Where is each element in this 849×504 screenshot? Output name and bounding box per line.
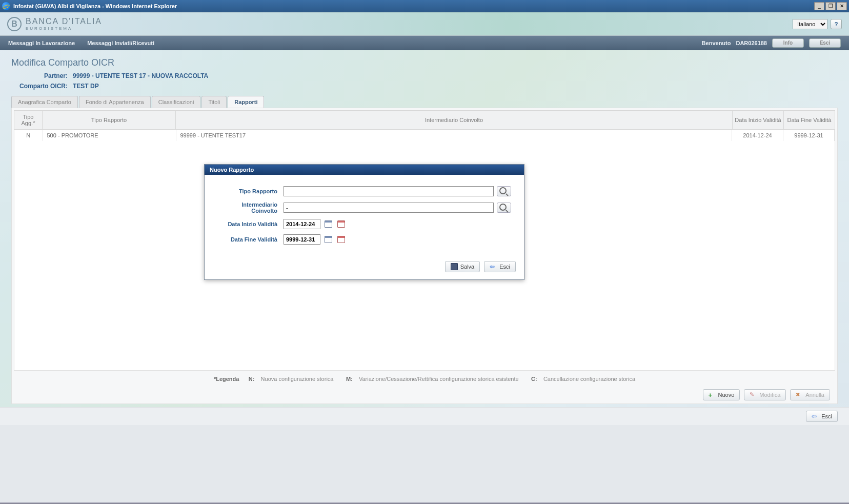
tabs-row: Anagrafica Comparto Fondo di Appartenenz… (11, 96, 838, 108)
calendar-icon (325, 236, 332, 243)
data-fine-clear-button[interactable] (336, 235, 346, 244)
data-inizio-input[interactable] (284, 219, 320, 229)
legend-c-key: C: (531, 376, 537, 382)
table-row[interactable]: N 500 - PROMOTORE 99999 - UTENTE TEST17 … (14, 130, 835, 141)
nav-messaggi-inviati[interactable]: Messaggi Inviati/Ricevuti (87, 40, 154, 46)
nav-esci-button[interactable]: Esci (809, 38, 841, 48)
partner-value: 99999 - UTENTE TEST 17 - NUOVA RACCOLTA (73, 72, 208, 79)
nav-messaggi-lavorazione[interactable]: Messaggi In Lavorazione (8, 40, 75, 46)
annulla-button[interactable]: Annulla (790, 389, 830, 400)
partner-label: Partner: (11, 72, 73, 79)
cell-fine: 9999-12-31 (783, 130, 835, 141)
comparto-label: Comparto OICR: (11, 83, 73, 90)
intermediario-label: Intermediario Coinvolto (217, 201, 284, 214)
language-select[interactable]: Italiano (793, 19, 827, 29)
col-data-inizio[interactable]: Data Inizio Validità (733, 111, 784, 130)
nuovo-rapporto-modal: Nuovo Rapporto Tipo Rapporto Intermediar… (204, 164, 524, 280)
legend: *Legenda N: Nuova configurazione storica… (14, 371, 835, 387)
data-inizio-calendar-button[interactable] (323, 219, 333, 229)
app-header: B BANCA D'ITALIA EUROSISTEMA Italiano ? (0, 12, 849, 36)
tab-anagrafica[interactable]: Anagrafica Comparto (11, 96, 78, 108)
lookup-icon (499, 204, 509, 212)
legend-c-val: Cancellazione configurazione storica (543, 376, 635, 382)
calendar-icon (325, 220, 332, 228)
bottom-bar: Esci (0, 407, 849, 425)
cancel-icon (796, 391, 803, 398)
tab-classificazioni[interactable]: Classificazioni (152, 96, 201, 108)
rapporti-table: Tipo Agg.* Tipo Rapporto Intermediario C… (14, 110, 835, 130)
data-fine-label: Data Fine Validità (217, 236, 284, 243)
brand-logo: B BANCA D'ITALIA EUROSISTEMA (7, 17, 102, 31)
plus-icon (709, 391, 716, 398)
welcome-label: Benvenuto (702, 40, 731, 46)
legend-n-val: Nuova configurazione storica (261, 376, 334, 382)
salva-label: Salva (460, 264, 475, 270)
user-id: DAR026188 (736, 40, 767, 46)
tab-titoli[interactable]: Titoli (201, 96, 227, 108)
intermediario-lookup-button[interactable] (497, 203, 511, 213)
cell-inizio: 2014-12-24 (732, 130, 783, 141)
esci-button[interactable]: Esci (806, 411, 838, 422)
data-inizio-label: Data Inizio Validità (217, 221, 284, 227)
window-title: Infostat (GIAVA) Albi di Vigilanza - Win… (13, 3, 814, 9)
window-restore-button[interactable]: ❐ (825, 2, 836, 10)
cell-inter: 99999 - UTENTE TEST17 (176, 130, 732, 141)
data-fine-input[interactable] (284, 234, 320, 245)
pencil-icon (750, 391, 757, 398)
window-titlebar: Infostat (GIAVA) Albi di Vigilanza - Win… (0, 0, 849, 12)
salva-button[interactable]: Salva (445, 261, 480, 272)
legend-m-key: M: (346, 376, 353, 382)
esci-label: Esci (821, 413, 832, 419)
lookup-icon (499, 187, 509, 195)
modal-esci-label: Esci (499, 264, 510, 270)
exit-icon (812, 413, 819, 420)
save-icon (451, 263, 458, 270)
calendar-clear-icon (337, 220, 345, 228)
col-intermediario[interactable]: Intermediario Coinvolto (176, 111, 733, 130)
modal-esci-button[interactable]: Esci (484, 261, 516, 272)
help-button[interactable]: ? (831, 19, 842, 29)
nuovo-label: Nuovo (718, 392, 735, 398)
actions-bar: Nuovo Modifica Annulla (14, 387, 835, 404)
comparto-value: TEST DP (73, 83, 99, 90)
col-data-fine[interactable]: Data Fine Validità (784, 111, 835, 130)
brand-subtitle: EUROSISTEMA (26, 27, 102, 31)
exit-icon (490, 263, 497, 270)
navbar: Messaggi In Lavorazione Messaggi Inviati… (0, 36, 849, 50)
modal-title: Nuovo Rapporto (205, 165, 524, 175)
nuovo-button[interactable]: Nuovo (703, 389, 740, 400)
tab-fondo[interactable]: Fondo di Appartenenza (79, 96, 151, 108)
cell-tipo: 500 - PROMOTORE (43, 130, 176, 141)
tipo-rapporto-input[interactable] (284, 186, 494, 196)
page-title: Modifica Comparto OICR (11, 57, 838, 68)
modifica-label: Modifica (759, 392, 780, 398)
legend-m-val: Variazione/Cessazione/Rettifica configur… (359, 376, 519, 382)
modifica-button[interactable]: Modifica (744, 389, 786, 400)
window-close-button[interactable]: ✕ (837, 2, 847, 10)
data-fine-calendar-button[interactable] (323, 235, 333, 244)
window-minimize-button[interactable]: _ (814, 2, 824, 10)
legend-n-key: N: (249, 376, 255, 382)
legend-star: *Legenda (214, 376, 239, 382)
tab-rapporti[interactable]: Rapporti (228, 96, 264, 108)
logo-glyph-icon: B (7, 17, 22, 31)
ie-icon (2, 2, 10, 10)
nav-info-button[interactable]: Info (772, 38, 804, 48)
data-inizio-clear-button[interactable] (336, 219, 346, 229)
col-tipo-agg[interactable]: Tipo Agg.* (14, 111, 43, 130)
intermediario-input[interactable] (284, 203, 494, 213)
tipo-rapporto-label: Tipo Rapporto (217, 188, 284, 194)
brand-name: BANCA D'ITALIA (26, 17, 102, 26)
annulla-label: Annulla (805, 392, 824, 398)
tipo-rapporto-lookup-button[interactable] (497, 186, 511, 196)
col-tipo-rapporto[interactable]: Tipo Rapporto (43, 111, 176, 130)
cell-agg: N (14, 130, 43, 141)
calendar-clear-icon (337, 236, 345, 243)
